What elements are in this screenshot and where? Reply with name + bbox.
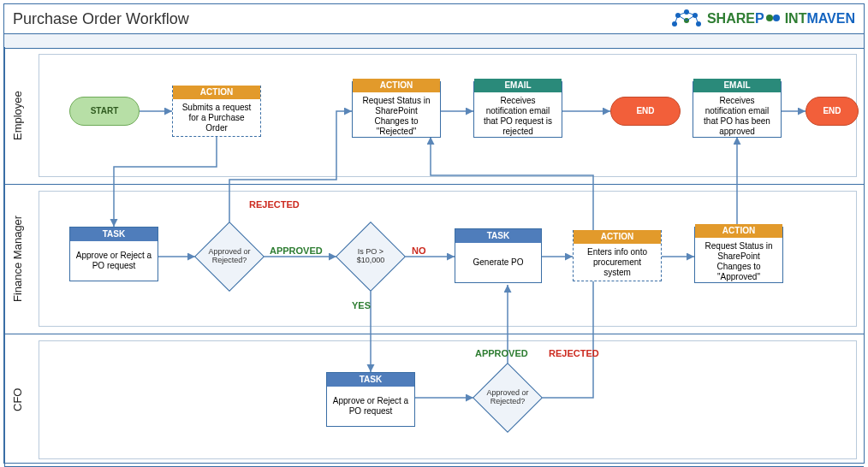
label-yes: YES [352,300,371,310]
svg-point-12 [766,15,773,21]
decision-po-over-10k: Is PO > $10,000 [336,222,405,291]
email-po-approved: EMAIL Receives notification email that P… [693,81,782,138]
diagram-canvas: START ACTION Submits a request for a Pur… [28,47,864,463]
action-submit-request: ACTION Submits a request for a Purchase … [172,86,261,137]
svg-point-13 [773,15,780,21]
label-no: NO [412,245,426,256]
email-po-rejected: EMAIL Receives notification email that P… [473,81,562,138]
diagram-frame: Purchase Order Workflow SHAREPINTMAVEN [3,3,865,464]
lane-label-cfo: CFO [4,334,29,466]
label-approved-1: APPROVED [270,245,323,256]
svg-line-10 [678,15,687,21]
action-enter-procurement: ACTION Enters info onto procurement syst… [573,230,662,281]
label-rejected-2: REJECTED [549,348,599,358]
lane-label-employee: Employee [4,47,29,184]
lane-label-finance: Finance Manager [4,184,29,334]
brand-logo: SHAREPINTMAVEN [669,7,855,31]
start-node: START [69,97,140,126]
action-status-rejected: ACTION Request Status in SharePoint Chan… [352,81,441,138]
logo-icon [669,7,704,31]
label-rejected-1: REJECTED [249,199,300,210]
title-bar: Purchase Order Workflow SHAREPINTMAVEN [4,4,864,34]
decision-cfo-approved-rejected: Approved or Rejected? [473,364,542,432]
task-approve-reject-po: TASK Approve or Reject a PO request [69,227,158,281]
diagram-title: Purchase Order Workflow [13,10,189,28]
label-approved-2: APPROVED [475,348,528,358]
svg-line-11 [687,15,695,21]
end-node-approved: END [806,97,859,126]
decision-approved-rejected: Approved or Rejected? [195,222,264,291]
action-status-approved: ACTION Request Status in SharePoint Chan… [694,227,783,283]
task-generate-po: TASK Generate PO [455,228,542,283]
end-node-rejected: END [610,97,681,126]
task-cfo-approve-reject: TASK Approve or Reject a PO request [326,372,415,427]
swimlanes: Employee Finance Manager CFO [4,47,864,463]
